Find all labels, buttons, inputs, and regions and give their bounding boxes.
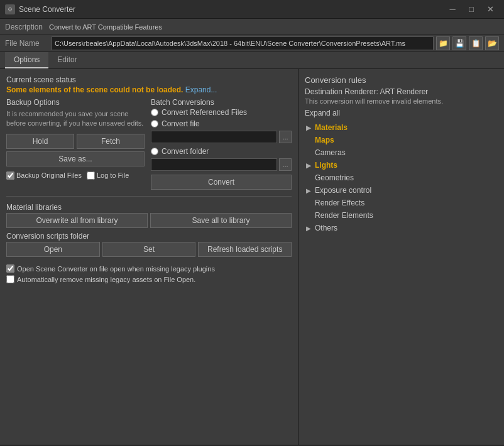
mat-lib-buttons: Overwrite all from library Save all to l… xyxy=(6,213,292,228)
window-controls: ─ □ ✕ xyxy=(444,3,499,16)
backup-original-checkbox[interactable] xyxy=(6,171,14,180)
filename-input[interactable] xyxy=(52,36,434,50)
two-col-section: Backup Options It is recommended you sav… xyxy=(6,98,292,190)
material-libraries-title: Material libraries xyxy=(6,203,292,212)
tree-item-label: Materials xyxy=(315,123,348,132)
auto-remove-check[interactable]: Automatically remove missing legacy asse… xyxy=(6,275,292,283)
tree-item-label: Render Effects xyxy=(315,199,364,207)
save-all-library-button[interactable]: Save all to library xyxy=(150,213,292,228)
app-icon: ⚙ xyxy=(5,4,15,14)
browse-file-button[interactable]: ... xyxy=(279,131,292,143)
conversion-scripts-section: Conversion scripts folder Open Set Refre… xyxy=(6,232,292,257)
chevron-icon: ▶ xyxy=(306,225,315,232)
tree-item[interactable]: Render Effects xyxy=(305,197,498,209)
open-file-button[interactable]: 📁 xyxy=(436,36,450,50)
dest-renderer: Destination Renderer: ART Renderer xyxy=(305,87,498,96)
save-as-button[interactable]: Save as... xyxy=(6,151,145,166)
open-scene-converter-checkbox[interactable] xyxy=(6,264,14,273)
hold-fetch-row: Hold Fetch xyxy=(6,134,145,149)
folder-button[interactable]: 📂 xyxy=(485,36,499,50)
refresh-scripts-button[interactable]: Refresh loaded scripts xyxy=(198,242,292,257)
auto-remove-checkbox[interactable] xyxy=(6,275,14,283)
tree-item[interactable]: Maps xyxy=(305,134,498,146)
backup-desc: It is recommended you save your scene be… xyxy=(6,109,145,129)
title-bar: ⚙ Scene Converter ─ □ ✕ xyxy=(0,0,504,19)
window-title: Scene Converter xyxy=(19,5,444,14)
convert-button[interactable]: Convert xyxy=(151,175,292,190)
batch-conversions-title: Batch Conversions xyxy=(151,98,292,107)
chevron-icon: ▶ xyxy=(306,124,315,131)
filename-row: File Name 📁 💾 📋 📂 xyxy=(0,35,504,52)
chevron-icon xyxy=(306,137,315,144)
tree-item[interactable]: ▶Lights xyxy=(305,159,498,171)
tree-item-label: Others xyxy=(315,224,337,232)
open-scene-converter-check[interactable]: Open Scene Converter on file open when m… xyxy=(6,264,292,273)
maximize-button[interactable]: □ xyxy=(463,3,480,16)
filename-label: File Name xyxy=(5,39,49,48)
tab-editor[interactable]: Editor xyxy=(48,52,85,68)
hold-button[interactable]: Hold xyxy=(6,134,74,149)
description-value: Convert to ART Compatible Features xyxy=(49,23,499,31)
scripts-buttons: Open Set Refresh loaded scripts xyxy=(6,242,292,257)
convert-folder-label[interactable]: Convert folder xyxy=(162,147,209,156)
open-scripts-button[interactable]: Open xyxy=(6,242,100,257)
tree-item-label: Geometries xyxy=(315,173,354,182)
description-row: Description Convert to ART Compatible Fe… xyxy=(0,19,504,35)
description-label: Description xyxy=(5,23,49,31)
chevron-icon: ▶ xyxy=(306,187,315,194)
warning-text: Some elements of the scene could not be … xyxy=(6,85,183,94)
browse-folder-button[interactable]: ... xyxy=(279,158,292,171)
backup-checkboxes: Backup Original Files Log to File xyxy=(6,171,145,180)
chevron-icon xyxy=(306,175,315,182)
convert-folder-radio[interactable] xyxy=(151,148,158,155)
chevron-icon xyxy=(306,212,315,219)
tree-item-label: Exposure control xyxy=(315,186,371,195)
tree-item[interactable]: ▶Materials xyxy=(305,121,498,134)
fetch-button[interactable]: Fetch xyxy=(77,134,145,149)
tree-item-label: Maps xyxy=(315,136,334,144)
convert-file-input[interactable] xyxy=(151,131,277,143)
chevron-icon xyxy=(306,200,315,207)
scene-status-warning: Some elements of the scene could not be … xyxy=(6,85,292,94)
convert-folder-radio-item: Convert folder xyxy=(151,147,292,156)
tree-item[interactable]: Render Elements xyxy=(305,209,498,222)
convert-file-radio-item: Convert file xyxy=(151,119,292,128)
backup-options-title: Backup Options xyxy=(6,98,145,107)
minimize-button[interactable]: ─ xyxy=(444,3,461,16)
backup-options-section: Backup Options It is recommended you sav… xyxy=(6,98,145,190)
conv-note: This conversion will remove invalid elem… xyxy=(305,97,498,105)
close-button[interactable]: ✕ xyxy=(481,3,499,16)
log-to-file-checkbox[interactable] xyxy=(87,171,95,180)
convert-folder-input[interactable] xyxy=(151,158,277,171)
tab-options[interactable]: Options xyxy=(5,52,48,68)
conversion-tree: ▶Materials Maps Cameras▶Lights Geometrie… xyxy=(305,121,498,438)
convert-file-label[interactable]: Convert file xyxy=(162,119,200,128)
conv-rules-title: Conversion rules xyxy=(305,75,498,85)
backup-original-check[interactable]: Backup Original Files xyxy=(6,171,82,180)
tree-item-label: Render Elements xyxy=(315,211,373,220)
tree-item[interactable]: Geometries xyxy=(305,171,498,184)
bottom-checkboxes: Open Scene Converter on file open when m… xyxy=(6,264,292,286)
log-to-file-check[interactable]: Log to File xyxy=(87,171,129,180)
convert-ref-radio[interactable] xyxy=(151,109,158,116)
expand-link[interactable]: Expand... xyxy=(185,85,217,94)
right-panel: Conversion rules Destination Renderer: A… xyxy=(299,69,504,445)
tree-item[interactable]: ▶Exposure control xyxy=(305,184,498,197)
conversion-scripts-title: Conversion scripts folder xyxy=(6,232,292,241)
tree-item[interactable]: Cameras xyxy=(305,146,498,159)
convert-folder-path-row: ... xyxy=(151,158,292,171)
expand-all-link[interactable]: Expand all xyxy=(305,109,498,117)
convert-ref-label[interactable]: Convert Referenced Files xyxy=(162,108,247,117)
overwrite-library-button[interactable]: Overwrite all from library xyxy=(6,213,148,228)
chevron-icon: ▶ xyxy=(306,162,315,169)
convert-file-radio[interactable] xyxy=(151,120,158,128)
copy-button[interactable]: 📋 xyxy=(469,36,483,50)
batch-conversions-section: Batch Conversions Convert Referenced Fil… xyxy=(151,98,292,190)
tree-item[interactable]: ▶Others xyxy=(305,222,498,234)
save-file-button[interactable]: 💾 xyxy=(452,36,466,50)
main-content: Current scene status Some elements of th… xyxy=(0,69,504,445)
scene-status-section: Current scene status Some elements of th… xyxy=(6,75,292,94)
tree-item-label: Cameras xyxy=(315,148,346,157)
divider-1 xyxy=(6,196,292,197)
set-scripts-button[interactable]: Set xyxy=(102,242,196,257)
